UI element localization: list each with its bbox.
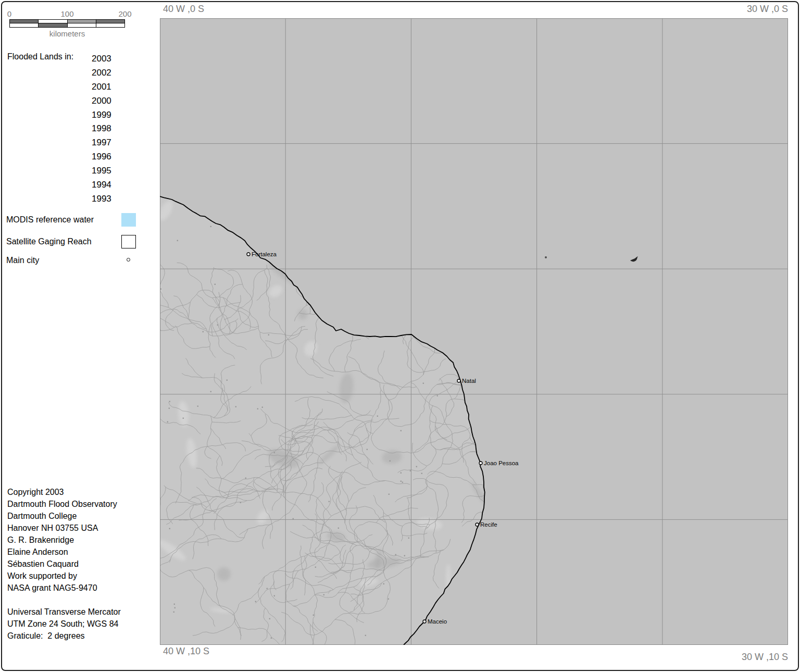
modis-water-label: MODIS reference water — [6, 215, 94, 225]
scale-tick-label: 100 — [60, 9, 73, 18]
scale-bar-graphic — [9, 19, 125, 28]
city-marker — [479, 462, 482, 465]
city-label: Recife — [480, 521, 497, 528]
flooded-lands-title: Flooded Lands in: — [7, 52, 73, 61]
city-marker — [476, 523, 479, 526]
flooded-year-1998: 1998 — [92, 122, 111, 136]
flooded-year-2000: 2000 — [92, 94, 111, 108]
projection-line: Universal Transverse Mercator — [7, 606, 121, 618]
scale-tick-label: 0 — [7, 9, 11, 18]
city-label: Fortaleza — [252, 251, 277, 257]
credit-line: Dartmouth College — [7, 510, 117, 522]
credit-line: NASA grant NAG5-9470 — [7, 582, 117, 594]
flooded-year-2003: 2003 — [92, 52, 111, 66]
main-city-label: Main city — [6, 256, 39, 265]
main-city-symbol — [127, 258, 130, 262]
flooded-year-1996: 1996 — [92, 150, 111, 164]
flooded-year-1994: 1994 — [92, 178, 111, 192]
graticule-label-top-left: 40 W ,0 S — [163, 4, 204, 15]
credit-line: Dartmouth Flood Observatory — [7, 498, 117, 510]
modis-water-swatch — [121, 213, 136, 227]
credit-line: Copyright 2003 — [7, 486, 117, 498]
graticule-label-top-right: 30 W ,0 S — [747, 4, 788, 15]
city-marker — [457, 379, 460, 382]
city-label: Natal — [462, 378, 476, 384]
island-atol-das-rocas — [545, 256, 547, 258]
scale-bar-unit-label: kilometers — [9, 29, 125, 38]
city-marker — [247, 253, 250, 256]
city-joao-pessoa: Joao Pessoa — [479, 460, 519, 466]
flooded-year-1999: 1999 — [92, 108, 111, 122]
flooded-year-1995: 1995 — [92, 164, 111, 178]
credit-line: Work supported by — [7, 570, 117, 582]
gaging-reach-swatch — [121, 235, 136, 248]
projection-line: Graticule: 2 degrees — [7, 630, 121, 642]
flooded-year-2001: 2001 — [92, 80, 111, 94]
credit-line: Elaine Anderson — [7, 546, 117, 558]
map-canvas: FortalezaNatalJoao PessoaRecifeMaceio — [160, 18, 788, 645]
flooded-year-1997: 1997 — [92, 136, 111, 150]
credits-block: Copyright 2003Dartmouth Flood Observator… — [7, 486, 117, 594]
credit-line: G. R. Brakenridge — [7, 534, 117, 546]
projection-block: Universal Transverse MercatorUTM Zone 24… — [7, 606, 121, 642]
projection-line: UTM Zone 24 South; WGS 84 — [7, 618, 121, 630]
city-label: Maceio — [428, 618, 447, 625]
flooded-year-1993: 1993 — [92, 192, 111, 206]
credit-line: Sébastien Caquard — [7, 558, 117, 570]
flooded-year-2002: 2002 — [92, 66, 111, 80]
flooded-years-list: 2003200220012000199919981997199619951994… — [92, 52, 111, 206]
scale-bar: 0100200 kilometers — [0, 8, 146, 40]
graticule-label-bottom-right: 30 W ,10 S — [742, 652, 788, 663]
city-label: Joao Pessoa — [484, 460, 519, 466]
graticule-label-bottom-left: 40 W ,10 S — [163, 646, 209, 657]
city-marker — [423, 620, 426, 623]
gaging-reach-label: Satellite Gaging Reach — [6, 237, 92, 246]
scale-tick-label: 200 — [118, 9, 131, 18]
credit-line: Hanover NH 03755 USA — [7, 522, 117, 534]
city-fortaleza: Fortaleza — [247, 251, 277, 257]
